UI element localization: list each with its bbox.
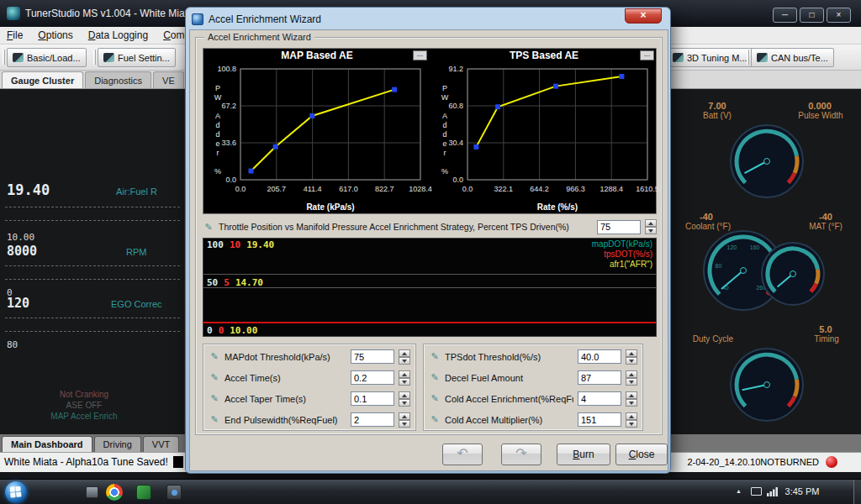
tab-main-dashboard[interactable]: Main Dashboard bbox=[2, 436, 92, 452]
taskbar-app-icon[interactable] bbox=[86, 486, 98, 498]
end-pulsewidth-input[interactable] bbox=[351, 412, 394, 427]
chart-title: MAP Based AE bbox=[203, 50, 430, 61]
spinner-down-button[interactable] bbox=[626, 420, 637, 428]
clock[interactable]: 3:45 PM bbox=[779, 486, 826, 496]
spinner-down-button[interactable] bbox=[399, 357, 410, 365]
menu-options[interactable]: Options bbox=[38, 29, 72, 41]
map-based-ae-chart: MAP Based AE ... 0.0205.7411.4617.0822.7… bbox=[203, 49, 430, 213]
spinner-down-button[interactable] bbox=[626, 378, 637, 386]
maximize-button[interactable]: □ bbox=[800, 8, 824, 23]
svg-text:1610.5: 1610.5 bbox=[636, 185, 659, 193]
graph-divider-line bbox=[203, 287, 656, 288]
pencil-icon: ✎ bbox=[429, 351, 441, 362]
chrome-icon[interactable] bbox=[106, 484, 123, 501]
undo-button[interactable]: ↶ bbox=[442, 444, 483, 465]
spinner-down-button[interactable] bbox=[399, 420, 410, 428]
legend-afr1: afr1("AFR") bbox=[592, 260, 652, 270]
svg-text:W: W bbox=[441, 93, 449, 102]
svg-text:1288.4: 1288.4 bbox=[600, 185, 623, 193]
chart-options-button[interactable]: ... bbox=[413, 50, 427, 60]
toolbar-basic-load-button[interactable]: Basic/Load... bbox=[7, 48, 87, 67]
tab-diagnostics[interactable]: Diagnostics bbox=[85, 71, 151, 88]
svg-text:644.2: 644.2 bbox=[530, 185, 549, 193]
svg-text:160: 160 bbox=[750, 244, 760, 250]
graph-divider-line bbox=[203, 274, 656, 275]
tray-expand-icon[interactable]: ▲ bbox=[736, 488, 742, 494]
svg-text:e: e bbox=[215, 139, 219, 148]
start-button[interactable] bbox=[5, 481, 27, 503]
gauge-label-afr: Air:Fuel R bbox=[116, 186, 157, 197]
right-gauge-panel: 4080120160200260 7.00 Batt (V) 0.000 Pul… bbox=[673, 89, 861, 434]
burn-button[interactable]: Burn bbox=[557, 444, 610, 465]
status-indicator bbox=[173, 456, 183, 468]
svg-text:d: d bbox=[215, 130, 219, 139]
spinner-up-button[interactable] bbox=[626, 349, 637, 357]
tab-vvt[interactable]: VVT bbox=[143, 436, 179, 452]
accel-taper-time-input[interactable] bbox=[351, 391, 394, 406]
strategy-input[interactable] bbox=[597, 220, 641, 234]
spinner-down-button[interactable] bbox=[626, 399, 637, 407]
svg-text:100.8: 100.8 bbox=[217, 65, 236, 73]
param-row: ✎ Cold Accel Multiplier(%) bbox=[424, 409, 642, 430]
spinner-down-button[interactable] bbox=[399, 399, 410, 407]
close-button[interactable]: × bbox=[827, 8, 851, 23]
svg-text:d: d bbox=[215, 121, 219, 129]
toolbar-can-bus-button[interactable]: CAN bus/Te... bbox=[751, 48, 834, 67]
menu-data-logging[interactable]: Data Logging bbox=[88, 29, 148, 41]
dialog-title-bar[interactable]: Accel Enrichment Wizard bbox=[189, 10, 668, 29]
gauge-scale-line bbox=[5, 331, 180, 332]
tab-ve[interactable]: VE bbox=[153, 71, 184, 88]
taskbar-gray-app-icon[interactable] bbox=[166, 485, 182, 500]
spinner-up-button[interactable] bbox=[399, 370, 410, 378]
cold-accel-enrichment-input[interactable] bbox=[578, 391, 621, 406]
tpsdot-threshold-input[interactable] bbox=[578, 349, 621, 364]
redo-button[interactable]: ↷ bbox=[501, 444, 541, 465]
tray-monitor-icon[interactable] bbox=[751, 487, 762, 496]
mapdot-threshold-input[interactable] bbox=[351, 349, 394, 364]
spinner-up-button[interactable] bbox=[645, 219, 657, 227]
close-dialog-button[interactable]: Close bbox=[615, 444, 668, 465]
gauge-scale-line bbox=[5, 279, 180, 280]
timing-value: 5.0 bbox=[799, 324, 853, 334]
live-graph-legend: mapDOT(kPa/s) tpsDOT(%/s) afr1("AFR") bbox=[592, 239, 652, 270]
spinner-down-button[interactable] bbox=[399, 378, 410, 386]
network-signal-icon[interactable] bbox=[767, 486, 779, 496]
toolbar-grip bbox=[3, 50, 5, 65]
accel-enrichment-wizard-dialog: Accel Enrichment Wizard × Accel Enrichme… bbox=[185, 7, 671, 474]
svg-text:205.7: 205.7 bbox=[267, 185, 287, 193]
spinner-up-button[interactable] bbox=[399, 412, 410, 420]
cold-accel-multiplier-input[interactable] bbox=[578, 412, 621, 427]
spinner-up-button[interactable] bbox=[626, 370, 637, 378]
spinner-up-button[interactable] bbox=[399, 391, 410, 399]
svg-text:1028.4: 1028.4 bbox=[409, 185, 432, 193]
gauge-label-rpm: RPM bbox=[126, 247, 146, 257]
accel-time-input[interactable] bbox=[351, 370, 394, 385]
menu-file[interactable]: File bbox=[7, 29, 23, 41]
gauge-scale-line bbox=[5, 265, 180, 266]
app-icon bbox=[7, 7, 20, 20]
toolbar-3d-tuning-button[interactable]: 3D Tuning M... bbox=[667, 48, 753, 67]
chart-options-button[interactable]: ... bbox=[640, 50, 654, 60]
toolbar-grip bbox=[93, 50, 96, 65]
spinner-up-button[interactable] bbox=[626, 412, 637, 420]
toolbar-grip bbox=[747, 50, 749, 65]
chart-title: TPS Based AE bbox=[430, 50, 658, 61]
window-title: TunerStudio MS v1.004 - White Miata... bbox=[25, 8, 202, 19]
chart-plot[interactable]: 0.0205.7411.4617.0822.71028.40.033.667.2… bbox=[203, 62, 430, 213]
svg-text:d: d bbox=[442, 130, 446, 139]
taskbar-green-app-icon[interactable] bbox=[136, 485, 151, 500]
spinner-down-button[interactable] bbox=[645, 227, 657, 234]
tab-driving[interactable]: Driving bbox=[94, 436, 141, 452]
decel-fuel-amount-input[interactable] bbox=[578, 370, 621, 385]
toolbar-fuel-settings-button[interactable]: Fuel Settin... bbox=[98, 48, 176, 67]
tab-gauge-cluster[interactable]: Gauge Cluster bbox=[2, 71, 83, 88]
chart-plot[interactable]: 0.0322.1644.2966.31288.41610.50.030.460.… bbox=[430, 62, 658, 213]
svg-text:91.2: 91.2 bbox=[448, 65, 463, 73]
minimize-button[interactable]: ─ bbox=[773, 8, 797, 23]
spinner-up-button[interactable] bbox=[626, 391, 637, 399]
spinner-down-button[interactable] bbox=[626, 357, 637, 365]
show-desktop-button[interactable] bbox=[853, 480, 861, 504]
spinner-up-button[interactable] bbox=[399, 349, 410, 357]
pencil-icon: ✎ bbox=[429, 414, 441, 425]
dialog-close-button[interactable]: × bbox=[625, 8, 662, 24]
